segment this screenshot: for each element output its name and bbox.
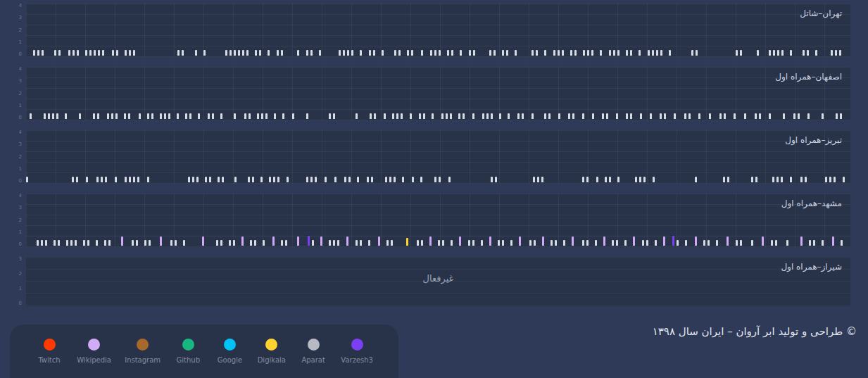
event-bar <box>315 177 317 182</box>
event-bar <box>439 50 441 56</box>
event-bar <box>672 236 674 246</box>
event-bar <box>534 240 536 246</box>
event-bar <box>482 113 484 119</box>
event-bar <box>506 50 508 56</box>
event-bar <box>609 50 611 56</box>
event-bar <box>639 50 641 56</box>
event-bar <box>553 50 555 56</box>
event-bar <box>208 113 210 119</box>
event-bar <box>510 240 512 246</box>
event-bar <box>132 240 134 246</box>
event-bar <box>663 237 665 246</box>
event-bar <box>491 177 493 182</box>
event-bar <box>781 50 784 56</box>
event-bar <box>160 113 162 119</box>
legend-item-github[interactable]: Github <box>174 339 202 364</box>
event-bar <box>125 50 127 56</box>
event-bar <box>434 177 436 182</box>
event-bar <box>136 240 138 246</box>
event-bar <box>421 240 423 246</box>
event-bar <box>101 177 103 182</box>
event-bar <box>740 240 742 246</box>
event-bar <box>147 113 149 119</box>
event-bar <box>58 240 60 246</box>
event-bar <box>825 177 827 182</box>
event-bar <box>129 50 131 56</box>
legend-item-instagram[interactable]: Instagram <box>125 339 161 364</box>
event-bar <box>744 113 746 119</box>
event-bar <box>805 177 807 182</box>
event-bar <box>129 177 131 182</box>
event-bar <box>438 240 440 246</box>
y-tick-label: 3 <box>19 79 22 84</box>
legend-item-digikala[interactable]: Digikala <box>258 339 286 364</box>
event-bar <box>502 50 504 56</box>
event-bar <box>563 240 565 246</box>
legend-item-aparat[interactable]: Aparat <box>299 339 327 364</box>
event-bar <box>306 113 308 119</box>
event-bar <box>220 240 222 246</box>
event-bar <box>653 177 655 182</box>
event-bar <box>222 177 224 182</box>
event-bar <box>277 177 279 182</box>
event-bar <box>202 237 204 246</box>
event-bar <box>773 50 775 56</box>
event-bar <box>542 237 544 246</box>
panel-title: مشهد–همراه اول <box>781 199 842 208</box>
y-tick-label: 1 <box>19 286 22 291</box>
legend-item-wikipedia[interactable]: Wikipedia <box>77 339 111 364</box>
legend-label: Wikipedia <box>77 356 111 364</box>
event-bar <box>696 50 698 56</box>
event-bar <box>626 113 628 119</box>
event-bar <box>596 177 598 182</box>
y-tick-label: 1 <box>19 40 22 45</box>
event-bar <box>260 177 263 182</box>
event-bar <box>586 240 589 246</box>
event-bar <box>777 50 779 56</box>
event-bar <box>268 50 270 56</box>
event-bar <box>238 50 240 56</box>
event-bar <box>411 50 413 56</box>
event-bar <box>707 240 710 246</box>
chart-panel: تهران–شاتل <box>26 4 850 57</box>
event-bar <box>37 50 39 56</box>
event-bar <box>472 113 474 119</box>
event-bar <box>265 113 268 119</box>
event-bar <box>56 113 58 119</box>
chart-panel: مشهد–همراه اول <box>26 194 850 247</box>
event-bar <box>357 177 359 182</box>
event-bar <box>783 113 785 119</box>
event-bar <box>168 113 170 119</box>
event-bar <box>822 240 824 246</box>
event-bar <box>421 50 423 56</box>
event-bar <box>498 240 500 246</box>
legend-label: Aparat <box>301 356 325 364</box>
chart-row: 43210تبریز–همراه اول <box>0 130 850 184</box>
event-bar <box>333 113 335 119</box>
event-bar <box>177 50 180 56</box>
event-bar <box>320 237 322 246</box>
event-bar <box>107 113 109 119</box>
legend-item-google[interactable]: Google <box>215 339 244 364</box>
event-bar <box>432 113 434 119</box>
event-bar <box>429 237 432 246</box>
event-bar <box>192 177 194 182</box>
event-bar <box>786 240 788 246</box>
event-bar <box>70 240 73 246</box>
event-bar <box>97 113 99 119</box>
event-bar <box>434 50 436 56</box>
event-bar <box>96 240 98 246</box>
y-axis: 43210 <box>0 67 26 120</box>
event-bar <box>259 50 261 56</box>
event-bar <box>606 113 608 119</box>
event-bar <box>617 50 619 56</box>
event-bar <box>93 113 95 119</box>
event-bar <box>451 50 453 56</box>
event-bar <box>75 240 77 246</box>
event-bar <box>793 113 795 119</box>
event-bar <box>188 177 190 182</box>
legend-item-twitch[interactable]: Twitch <box>35 339 63 364</box>
event-bar <box>548 113 551 119</box>
y-tick-label: 3 <box>19 15 22 20</box>
legend-item-varzesh3[interactable]: Varzesh3 <box>341 339 373 364</box>
